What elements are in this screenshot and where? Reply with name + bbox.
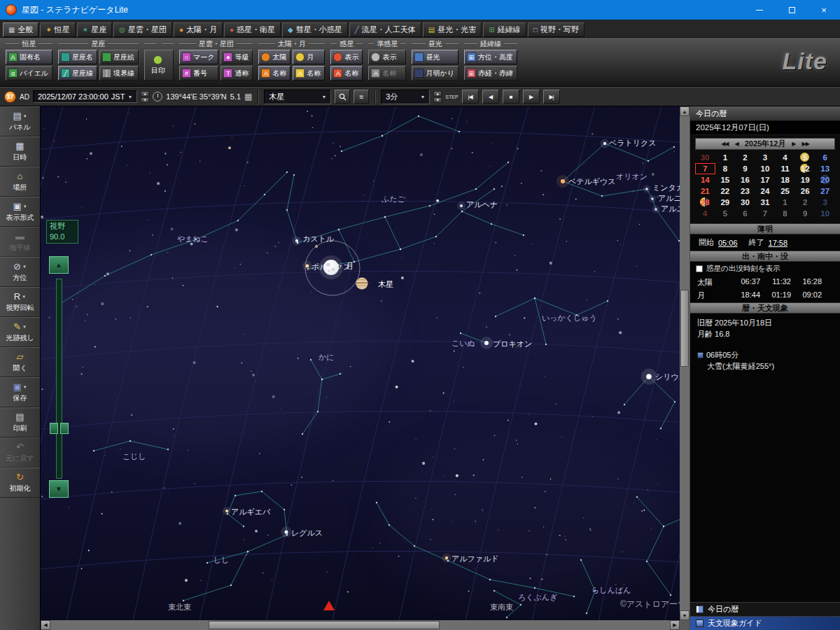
planet-name-button[interactable]: A名称 <box>330 66 363 80</box>
datetime-field[interactable]: 2025/12/07 23:00:00 JST ▼ <box>33 90 137 103</box>
menu-tab-流星・人工天体[interactable]: ╱流星・人工天体 <box>349 22 421 37</box>
horizontal-scrollbar[interactable]: ◀ ▶ <box>41 620 680 630</box>
menu-tab-全般[interactable]: ▦全般 <box>3 22 38 37</box>
datetime-spinner[interactable]: ▲▼ <box>141 91 149 103</box>
sidebar-item-datetime[interactable]: ▦日時 <box>0 136 40 167</box>
twilight-start-time[interactable]: 05:06 <box>718 239 738 247</box>
zoom-out-button[interactable]: ▼ <box>49 480 69 498</box>
sidebar-item-open[interactable]: ▱開く <box>0 347 40 377</box>
dwarf-planet-name-button[interactable]: A名称 <box>368 66 406 80</box>
calendar-day[interactable]: 25 <box>775 186 795 197</box>
dwarf-planet-show-button[interactable]: 表示 <box>368 50 406 64</box>
step-select[interactable]: 3分 ▼ <box>381 90 430 104</box>
sidebar-item-save[interactable]: ▣▼保存 <box>0 377 40 407</box>
calendar-day[interactable]: 24 <box>755 186 776 197</box>
scroll-right-button[interactable]: ▶ <box>670 620 680 630</box>
calendar-day[interactable]: 30 <box>695 152 715 163</box>
horizontal-scroll-thumb[interactable] <box>209 621 440 629</box>
calendar-day[interactable]: 16 <box>735 174 755 186</box>
calendar-day[interactable]: 10 <box>815 208 835 219</box>
sidebar-item-reset[interactable]: ↻初期化 <box>0 468 40 498</box>
minimize-button[interactable] <box>743 0 776 20</box>
calendar-day[interactable]: 28 <box>695 197 715 208</box>
calendar-day[interactable]: 30 <box>735 197 755 208</box>
maximize-button[interactable] <box>776 0 808 20</box>
calendar-day[interactable]: 20 <box>815 174 835 186</box>
calendar-day[interactable]: 3 <box>755 152 776 163</box>
nebula-common-name-button[interactable]: T通称 <box>220 66 253 80</box>
equatorial-grid-button[interactable]: ⊞赤経・赤緯 <box>464 66 517 80</box>
sidebar-item-rotate-view[interactable]: R▼視野回転 <box>0 287 40 317</box>
sidebar-item-trail[interactable]: ✎▼光跡残し <box>0 317 40 347</box>
boundary-line-button[interactable]: ┆境界線 <box>99 66 139 80</box>
calendar-day[interactable]: 23 <box>735 186 755 197</box>
step-spinner[interactable]: ▲▼ <box>433 91 442 103</box>
calendar-day[interactable]: 14 <box>695 174 715 186</box>
zoom-in-button[interactable]: ▲ <box>49 256 69 274</box>
moon-button[interactable]: 月 <box>293 50 325 64</box>
sun-name-button[interactable]: A名称 <box>258 66 290 80</box>
calendar-day[interactable]: 4 <box>695 208 715 219</box>
twilight-end-time[interactable]: 17:58 <box>769 239 788 247</box>
menu-tab-太陽・月[interactable]: ●太陽・月 <box>174 22 223 37</box>
calendar-day[interactable]: 5 <box>795 152 816 163</box>
calendar-day[interactable]: 4 <box>775 152 795 163</box>
calendar-day[interactable]: 9 <box>795 208 816 219</box>
moonlight-button[interactable]: 月明かり <box>412 66 458 80</box>
sidebar-item-panel[interactable]: ▤▼パネル <box>0 106 40 136</box>
scroll-down-button[interactable]: ▼ <box>680 610 690 620</box>
checkbox-icon[interactable] <box>696 265 703 272</box>
calendar-day[interactable]: 9 <box>735 163 755 174</box>
calendar-day[interactable]: 29 <box>715 197 736 208</box>
skip-back-button[interactable]: |◀ <box>462 90 479 104</box>
bayer-letter-button[interactable]: αバイエル <box>6 66 52 80</box>
prev-year-button[interactable]: ◀◀ <box>721 141 728 147</box>
scroll-up-button[interactable]: ▲ <box>680 106 690 116</box>
menu-tab-惑星・衛星[interactable]: ●惑星・衛星 <box>224 22 281 37</box>
calendar-day[interactable]: 8 <box>775 208 795 219</box>
calendar-day[interactable]: 18 <box>775 174 795 186</box>
target-select[interactable]: 木星 ▼ <box>264 90 331 104</box>
dock-tab-today-calendar[interactable]: 今日の暦 <box>690 602 840 616</box>
close-button[interactable]: × <box>808 0 840 20</box>
calendar-day[interactable]: 27 <box>815 186 835 197</box>
calendar-day[interactable]: 12 <box>795 163 816 174</box>
menu-tab-星雲・星団[interactable]: ◎星雲・星団 <box>113 22 172 37</box>
vertical-scrollbar[interactable]: ▲ ▼ <box>680 106 690 620</box>
constellation-name-button[interactable]: 星座名 <box>58 50 97 64</box>
menu-tab-視野・写野[interactable]: □視野・写野 <box>528 22 584 37</box>
calendar-day[interactable]: 15 <box>715 174 736 186</box>
dock-tab-phenomena-guide[interactable]: 天文現象ガイド <box>690 616 840 630</box>
calendar-day[interactable]: 1 <box>775 197 795 208</box>
calendar-day[interactable]: 22 <box>715 186 736 197</box>
planet-rise-set-option[interactable]: 惑星の出没時刻を表示 <box>690 262 840 276</box>
next-year-button[interactable]: ▶▶ <box>802 141 809 147</box>
calendar-day[interactable]: 10 <box>755 163 776 174</box>
fov-slider-track[interactable] <box>56 279 62 479</box>
menu-tab-経緯線[interactable]: ⊞経緯線 <box>483 22 526 37</box>
nebula-magnitude-button[interactable]: ●等級 <box>220 50 253 64</box>
play-button[interactable]: ▶ <box>523 90 540 104</box>
sidebar-item-location[interactable]: ⌂場所 <box>0 167 40 197</box>
daylight-button[interactable]: 昼光 <box>412 50 458 64</box>
sidebar-item-print[interactable]: ▤印刷 <box>0 407 40 438</box>
nebula-mark-button[interactable]: ○マーク <box>179 50 218 64</box>
list-button[interactable]: ≡ <box>354 90 369 104</box>
vertical-scroll-thumb[interactable] <box>680 290 689 367</box>
calendar-day[interactable]: 6 <box>815 152 835 163</box>
menu-tab-昼光・光害[interactable]: ▤昼光・光害 <box>423 22 482 37</box>
bookmark-button[interactable]: 目印 <box>144 50 174 80</box>
sun-button[interactable]: 太陽 <box>258 50 290 64</box>
fov-slider-handle[interactable] <box>50 423 69 434</box>
play-reverse-button[interactable]: ◀ <box>482 90 499 104</box>
calendar-day[interactable]: 19 <box>795 174 816 186</box>
skip-forward-button[interactable]: ▶| <box>543 90 560 104</box>
calendar-day[interactable]: 8 <box>715 163 736 174</box>
calendar-day[interactable]: 13 <box>815 163 835 174</box>
planet-show-button[interactable]: 表示 <box>330 50 363 64</box>
calendar-day[interactable]: 1 <box>715 152 736 163</box>
calendar-day[interactable]: 3 <box>815 197 835 208</box>
menu-tab-星座[interactable]: ✶星座 <box>77 22 112 37</box>
calendar-day[interactable]: 6 <box>735 208 755 219</box>
next-month-button[interactable]: ▶ <box>792 141 795 147</box>
